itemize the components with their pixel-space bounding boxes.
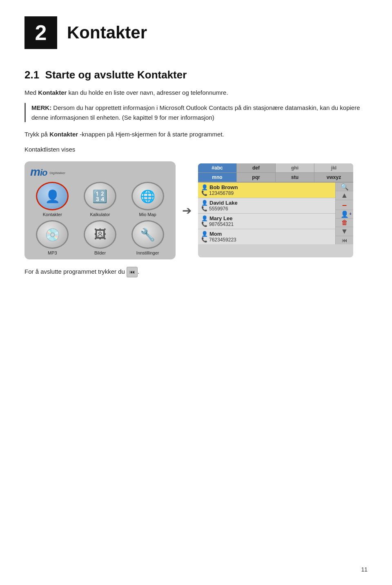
kontakter-button[interactable]: 👤 <box>36 182 69 210</box>
contact-info-bobbrown: 👤 Bob Brown 📞 123456789 <box>198 183 335 198</box>
alpha-cell-mno[interactable]: mno <box>198 173 237 182</box>
contacts-list: 👤 Bob Brown 📞 123456789 👤 <box>198 183 335 244</box>
contact-name-davidlake: 👤 David Lake <box>201 200 332 206</box>
contact-person-icon-4: 👤 <box>201 231 208 237</box>
action-btn-add[interactable]: 👤+ <box>336 210 353 219</box>
mio-logo-area: mio DigiWalker <box>29 165 172 179</box>
action-btn-down[interactable]: ▼ <box>336 227 353 236</box>
alpha-bar-row1: #abc def ghi jkl <box>198 163 353 173</box>
left-device-screen: mio DigiWalker 👤 Kontakter 🔢 Kalkulator <box>24 161 176 259</box>
contact-info-marylee: 👤 Mary Lee 📞 987654321 <box>198 214 335 229</box>
phone-icon-3: 📞 <box>201 221 207 227</box>
contact-row-bobbrown[interactable]: 👤 Bob Brown 📞 123456789 <box>198 183 335 198</box>
miomap-label: Mio Map <box>139 212 156 217</box>
right-device-screen: #abc def ghi jkl mno pqr stu vwxyz 👤 Bob… <box>198 163 353 257</box>
body-text-3: For å avslutte programmet trykker du ⏮. <box>24 267 368 277</box>
home-item-kontakter[interactable]: 👤 Kontakter <box>30 182 75 217</box>
alpha-cell-vwxyz[interactable]: vwxyz <box>314 173 353 182</box>
contact-row-davidlake[interactable]: 👤 David Lake 📞 5559976 <box>198 198 335 214</box>
alpha-cell-def[interactable]: def <box>237 163 276 172</box>
miomap-icon: 🌐 <box>140 189 155 203</box>
home-item-mp3[interactable]: 💿 MP3 <box>30 220 75 255</box>
contact-phone-mom: 📞 7623459223 <box>201 237 332 243</box>
mp3-button[interactable]: 💿 <box>36 220 69 249</box>
kontakter-label: Kontakter <box>43 212 62 217</box>
contact-row-mom[interactable]: 👤 Mom 📞 7623459223 <box>198 229 335 244</box>
kalkulator-label: Kalkulator <box>90 212 110 217</box>
back-button-icon: ⏮ <box>127 267 138 277</box>
chapter-title: Kontakter <box>67 23 147 42</box>
kalkulator-button[interactable]: 🔢 <box>84 182 116 210</box>
action-btn-remove[interactable]: – <box>336 200 353 210</box>
digi-walker-text: DigiWalker <box>49 171 65 175</box>
home-item-innstillinger[interactable]: 🔧 Innstillinger <box>125 220 170 255</box>
page-number: 11 <box>361 566 368 573</box>
contact-name-mom: 👤 Mom <box>201 231 332 237</box>
contact-row-marylee[interactable]: 👤 Mary Lee 📞 987654321 <box>198 214 335 229</box>
body-text-2: Kontaktlisten vises <box>24 145 368 154</box>
innstillinger-label: Innstillinger <box>136 250 159 255</box>
contact-info-mom: 👤 Mom 📞 7623459223 <box>198 229 335 244</box>
bilder-label: Bilder <box>94 250 106 255</box>
mp3-label: MP3 <box>48 250 57 255</box>
contact-phone-bobbrown: 📞 123456789 <box>201 190 332 196</box>
home-item-kalkulator[interactable]: 🔢 Kalkulator <box>78 182 122 217</box>
bilder-icon: 🖼 <box>94 228 106 241</box>
contacts-area: 👤 Bob Brown 📞 123456789 👤 <box>198 183 353 244</box>
contact-name-bobbrown: 👤 Bob Brown <box>201 184 332 190</box>
action-btn-delete[interactable]: 🗑 <box>336 219 353 227</box>
alpha-cell-abc[interactable]: #abc <box>198 163 237 172</box>
alpha-cell-pqr[interactable]: pqr <box>237 173 276 182</box>
alpha-cell-stu[interactable]: stu <box>276 173 314 182</box>
screenshots-row: mio DigiWalker 👤 Kontakter 🔢 Kalkulator <box>24 161 368 259</box>
innstillinger-icon: 🔧 <box>140 228 155 242</box>
kontakter-icon: 👤 <box>45 189 60 203</box>
contact-person-icon: 👤 <box>201 184 208 190</box>
mp3-icon: 💿 <box>45 228 60 242</box>
note-label: MERK: <box>31 104 51 111</box>
innstillinger-button[interactable]: 🔧 <box>131 220 164 249</box>
bilder-button[interactable]: 🖼 <box>84 220 116 249</box>
phone-icon: 📞 <box>201 190 207 196</box>
contact-person-icon-2: 👤 <box>201 200 208 206</box>
phone-icon-2: 📞 <box>201 206 207 212</box>
action-btn-up[interactable]: ▲ <box>336 191 353 200</box>
arrow-between-screens: ➔ <box>182 204 192 217</box>
home-item-miomap[interactable]: 🌐 Mio Map <box>125 182 170 217</box>
chapter-number: 2 <box>24 16 57 49</box>
action-btn-search[interactable]: 🔍 <box>336 183 353 191</box>
section-heading: 2.1 Starte og avslutte Kontakter <box>24 69 187 81</box>
home-item-bilder[interactable]: 🖼 Bilder <box>78 220 122 255</box>
contact-person-icon-3: 👤 <box>201 215 208 221</box>
alpha-cell-jkl[interactable]: jkl <box>314 163 353 172</box>
chapter-header: 2 Kontakter <box>24 16 368 49</box>
alpha-bar-row2: mno pqr stu vwxyz <box>198 173 353 183</box>
contact-phone-marylee: 📞 987654321 <box>201 221 332 227</box>
intro-text: Med Kontakter kan du holde en liste over… <box>24 88 368 97</box>
body-text-1: Trykk på Kontakter -knappen på Hjem-skje… <box>24 130 368 139</box>
contact-phone-davidlake: 📞 5559976 <box>201 206 332 212</box>
kalkulator-icon: 🔢 <box>92 189 107 203</box>
note-text: Dersom du har opprettett informasjon i M… <box>31 104 360 121</box>
miomap-button[interactable]: 🌐 <box>131 182 164 210</box>
right-action-buttons: 🔍 ▲ – 👤+ 🗑 ▼ ⏮ <box>335 183 353 244</box>
phone-icon-4: 📞 <box>201 237 207 243</box>
alpha-cell-ghi[interactable]: ghi <box>276 163 314 172</box>
contact-info-davidlake: 👤 David Lake 📞 5559976 <box>198 198 335 213</box>
note-block: MERK: Dersom du har opprettett informasj… <box>24 103 368 122</box>
home-grid: 👤 Kontakter 🔢 Kalkulator 🌐 Mio Map <box>29 182 172 255</box>
mio-logo: mio <box>30 165 47 179</box>
contact-name-marylee: 👤 Mary Lee <box>201 215 332 221</box>
action-btn-back[interactable]: ⏮ <box>336 236 353 244</box>
